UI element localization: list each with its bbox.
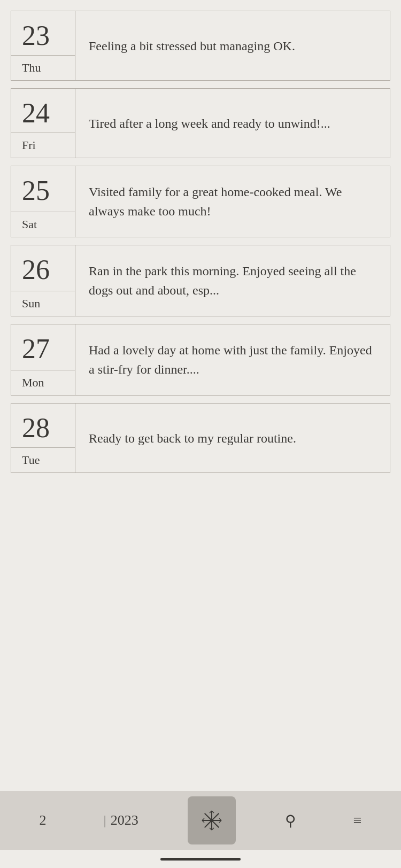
center-action-button[interactable]: [188, 796, 236, 844]
day-name-23: Thu: [11, 55, 75, 80]
svg-point-12: [210, 819, 213, 822]
journal-entry-28[interactable]: 28 Tue Ready to get back to my regular r…: [11, 403, 390, 473]
day-number-26: 26: [11, 245, 75, 291]
day-number-27: 27: [11, 324, 75, 370]
home-indicator: [0, 850, 401, 868]
day-number-28: 28: [11, 404, 75, 447]
day-number-25: 25: [11, 166, 75, 212]
date-column-23: 23 Thu: [11, 11, 75, 80]
journal-entry-26[interactable]: 26 Sun Ran in the park this morning. Enj…: [11, 245, 390, 316]
bottom-nav: 2 | 2023 ⚲ ≡: [0, 791, 401, 850]
home-bar: [160, 858, 241, 861]
year-label: 2023: [111, 812, 138, 828]
snowflake-icon: [200, 809, 223, 832]
entry-text-25: Visited family for a great home-cooked m…: [75, 166, 390, 237]
date-column-25: 25 Sat: [11, 166, 75, 237]
date-column-24: 24 Fri: [11, 89, 75, 158]
profile-icon: ⚲: [285, 812, 296, 830]
day-name-24: Fri: [11, 133, 75, 158]
menu-nav-item[interactable]: ≡: [345, 807, 370, 834]
day-number-24: 24: [11, 89, 75, 133]
entry-text-23: Feeling a bit stressed but managing OK.: [75, 11, 390, 80]
date-column-26: 26 Sun: [11, 245, 75, 316]
profile-nav-item[interactable]: ⚲: [277, 807, 304, 835]
journal-entry-23[interactable]: 23 Thu Feeling a bit stressed but managi…: [11, 11, 390, 81]
entry-text-26: Ran in the park this morning. Enjoyed se…: [75, 245, 390, 316]
nav-divider: |: [103, 812, 106, 828]
journal-entry-25[interactable]: 25 Sat Visited family for a great home-c…: [11, 166, 390, 237]
entry-text-27: Had a lovely day at home with just the f…: [75, 324, 390, 395]
day-name-26: Sun: [11, 291, 75, 316]
journal-entry-24[interactable]: 24 Fri Tired after a long week and ready…: [11, 88, 390, 158]
month-nav-item[interactable]: 2: [31, 807, 54, 834]
day-name-27: Mon: [11, 370, 75, 395]
month-label: 2: [39, 812, 46, 828]
divider-item: | 2023: [95, 807, 146, 834]
day-name-28: Tue: [11, 447, 75, 472]
day-name-25: Sat: [11, 212, 75, 237]
journal-entry-27[interactable]: 27 Mon Had a lovely day at home with jus…: [11, 324, 390, 396]
menu-icon: ≡: [353, 812, 362, 829]
entry-text-24: Tired after a long week and ready to unw…: [75, 89, 390, 158]
journal-list: 23 Thu Feeling a bit stressed but managi…: [0, 0, 401, 791]
entry-text-28: Ready to get back to my regular routine.: [75, 404, 390, 472]
date-column-27: 27 Mon: [11, 324, 75, 395]
date-column-28: 28 Tue: [11, 404, 75, 472]
day-number-23: 23: [11, 11, 75, 55]
